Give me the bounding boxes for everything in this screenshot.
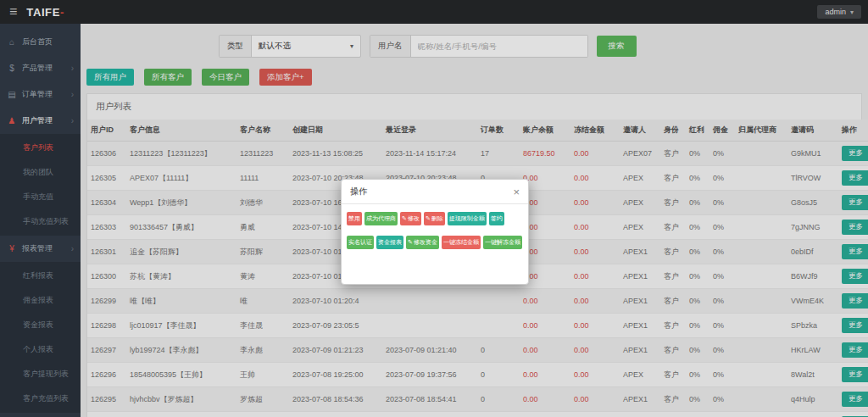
close-icon[interactable]: ×: [513, 186, 520, 197]
modal-action-label: 修改: [408, 214, 420, 223]
pencil-icon: ✎: [408, 239, 413, 246]
modal-action-label: 提现限制金额: [449, 214, 485, 223]
modal-header: 操作 ×: [342, 180, 528, 204]
modal-action-一键解冻金额[interactable]: 一键解冻金额: [483, 236, 522, 249]
modal-action-label: 禁用: [348, 214, 360, 223]
modal-action-修改资金[interactable]: ✎修改资金: [406, 236, 439, 249]
modal-action-成为代理商[interactable]: 成为代理商: [364, 212, 398, 225]
modal-action-label: 签约: [491, 214, 503, 223]
modal-button-row: 实名认证资金报表✎修改资金一键冻结金额一键解冻金额: [347, 236, 523, 249]
modal-action-禁用[interactable]: 禁用: [347, 212, 362, 225]
modal-action-资金报表[interactable]: 资金报表: [376, 236, 403, 249]
modal-action-删除[interactable]: ✎删除: [424, 212, 445, 225]
modal-action-签约[interactable]: 签约: [489, 212, 504, 225]
pencil-icon: ✎: [402, 215, 407, 222]
modal-action-label: 一键解冻金额: [485, 238, 520, 247]
pencil-icon: ✎: [426, 215, 431, 222]
modal-action-修改[interactable]: ✎修改: [400, 212, 421, 225]
modal-body: 禁用成为代理商✎修改✎删除提现限制金额签约实名认证资金报表✎修改资金一键冻结金额…: [342, 204, 528, 249]
modal-action-提现限制金额[interactable]: 提现限制金额: [448, 212, 487, 225]
modal-action-label: 实名认证: [348, 238, 372, 247]
modal-title: 操作: [350, 186, 367, 197]
action-modal: 操作 × 禁用成为代理商✎修改✎删除提现限制金额签约实名认证资金报表✎修改资金一…: [341, 179, 529, 285]
modal-action-label: 成为代理商: [366, 214, 396, 223]
modal-action-一键冻结金额[interactable]: 一键冻结金额: [442, 236, 481, 249]
modal-action-实名认证[interactable]: 实名认证: [347, 236, 374, 249]
modal-action-label: 删除: [431, 214, 443, 223]
modal-action-label: 一键冻结金额: [443, 238, 479, 247]
modal-button-row: 禁用成为代理商✎修改✎删除提现限制金额签约: [347, 212, 523, 225]
modal-action-label: 修改资金: [414, 238, 437, 247]
modal-action-label: 资金报表: [378, 238, 402, 247]
